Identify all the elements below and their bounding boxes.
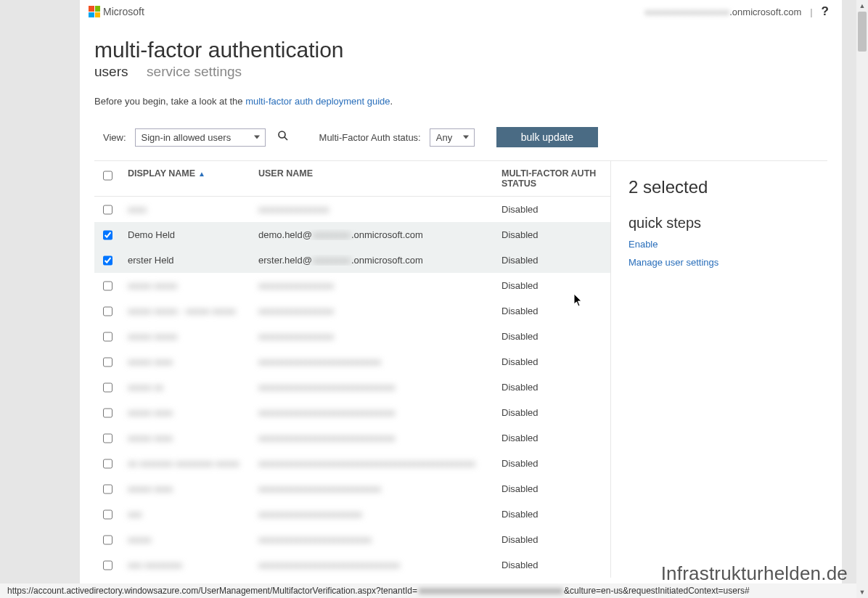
table-row[interactable]: Demo Helddemo.held@xxxxxxxx.onmicrosoft.… xyxy=(94,222,610,247)
cell-user-name: erster.held@xxxxxxxx.onmicrosoft.com xyxy=(251,255,494,266)
cell-user-name: xxxxxxxxxxxxxxxxxxxxxxxxxx xyxy=(251,483,494,494)
brand: Microsoft xyxy=(89,6,144,17)
table-row[interactable]: erster Helderster.held@xxxxxxxx.onmicros… xyxy=(94,247,610,273)
cell-display-name: xxxxx xxxxx - xxxxx xxxxx xyxy=(120,306,251,316)
cell-mfa-status: Disabled xyxy=(494,331,610,342)
users-table: DISPLAY NAME▲ USER NAME MULTI-FACTOR AUT… xyxy=(94,160,611,578)
cell-display-name: xxxxx xxxx xyxy=(120,433,251,443)
table-row[interactable]: xxx xxxxxxxxxxxxxxxxxxxxxxxxxxxxxxxxxxxx… xyxy=(94,552,610,578)
cell-user-name: xxxxxxxxxxxxxxxx xyxy=(251,280,494,291)
table-row[interactable]: xxxxxxxxxxxxxxxxxxxDisabled xyxy=(94,197,610,222)
page-title: multi-factor authentication xyxy=(94,38,827,62)
mfa-status-label: Multi-Factor Auth status: xyxy=(319,132,421,143)
table-row[interactable]: xxxxx xxxxxxxxxxxxxxxxxxxxxxxxxxxxxxDisa… xyxy=(94,349,610,374)
row-checkbox[interactable] xyxy=(103,459,112,469)
watermark: Infrastrukturhelden.de xyxy=(661,562,848,585)
cell-mfa-status: Disabled xyxy=(494,534,610,545)
help-button[interactable]: ? xyxy=(822,4,829,19)
cell-display-name: xxx xxxxxxxx xyxy=(120,560,251,570)
view-label: View: xyxy=(103,132,126,143)
side-panel: 2 selected quick steps Enable Manage use… xyxy=(611,160,827,578)
bulk-update-button[interactable]: bulk update xyxy=(496,127,598,147)
mfa-status-select[interactable]: Any xyxy=(430,128,475,147)
col-display-name[interactable]: DISPLAY NAME▲ xyxy=(120,168,251,179)
cell-mfa-status: Disabled xyxy=(494,255,610,266)
cell-display-name: xx xxxxxxx xxxxxxxx xxxxx xyxy=(120,458,251,469)
col-mfa-status[interactable]: MULTI-FACTOR AUTH STATUS xyxy=(494,168,610,189)
cell-display-name: xxxxx xxxx xyxy=(120,483,251,494)
cell-mfa-status: Disabled xyxy=(494,458,610,469)
cell-mfa-status: Disabled xyxy=(494,204,610,215)
cell-display-name: Demo Held xyxy=(120,229,251,240)
cell-display-name: xxxxx xyxy=(120,534,251,545)
select-all-checkbox[interactable] xyxy=(103,171,112,181)
cell-user-name: demo.held@xxxxxxxx.onmicrosoft.com xyxy=(251,229,494,240)
cell-user-name: xxxxxxxxxxxxxxxxxxxxxxxxxxxxx xyxy=(251,382,494,393)
row-checkbox[interactable] xyxy=(103,332,112,342)
cell-mfa-status: Disabled xyxy=(494,509,610,520)
table-row[interactable]: xxxxx xxxxxxxxxxxxxxxxxxxxxDisabled xyxy=(94,273,610,298)
cell-mfa-status: Disabled xyxy=(494,560,610,570)
cell-user-name: xxxxxxxxxxxxxxxxxxxxxxxxxxxxx xyxy=(251,407,494,418)
browser-statusbar: https://account.activedirectory.windowsa… xyxy=(0,583,856,598)
browser-scrollbar[interactable]: ▲ ▼ xyxy=(856,0,868,598)
sort-asc-icon: ▲ xyxy=(198,170,205,178)
row-checkbox[interactable] xyxy=(103,255,112,266)
view-select[interactable]: Sign-in allowed users xyxy=(135,128,266,147)
cell-mfa-status: Disabled xyxy=(494,306,610,316)
cell-mfa-status: Disabled xyxy=(494,483,610,494)
cell-user-name: xxxxxxxxxxxxxxxx xyxy=(251,306,494,316)
col-user-name[interactable]: USER NAME xyxy=(251,168,494,179)
brand-text: Microsoft xyxy=(103,6,144,17)
quick-steps-heading: quick steps xyxy=(629,215,810,232)
enable-link[interactable]: Enable xyxy=(629,239,810,250)
table-row[interactable]: xxxxx xxxxx - xxxxx xxxxxxxxxxxxxxxxxxxx… xyxy=(94,298,610,324)
cell-mfa-status: Disabled xyxy=(494,229,610,240)
row-checkbox[interactable] xyxy=(103,306,112,316)
row-checkbox[interactable] xyxy=(103,281,112,291)
row-checkbox[interactable] xyxy=(103,357,112,367)
cell-display-name: erster Held xyxy=(120,255,251,266)
table-row[interactable]: xx xxxxxxx xxxxxxxx xxxxxxxxxxxxxxxxxxxx… xyxy=(94,451,610,476)
table-row[interactable]: xxxxx xxxxxxxxxxxxxxxxxxxxxxxxxxxxxxxxxD… xyxy=(94,400,610,425)
row-checkbox[interactable] xyxy=(103,484,112,494)
cell-display-name: xxxx xyxy=(120,204,251,215)
table-row[interactable]: xxxxxxxxxxxxxxxxxxxxxxxxxxxxxDisabled xyxy=(94,527,610,552)
cell-mfa-status: Disabled xyxy=(494,407,610,418)
table-row[interactable]: xxxxx xxxxxxxxxxxxxxxxxxxxxxxxxxxxxxDisa… xyxy=(94,476,610,501)
cell-mfa-status: Disabled xyxy=(494,382,610,393)
table-row[interactable]: xxxxxxxxxxxxxxxxxxxxxxxxxDisabled xyxy=(94,501,610,527)
cell-display-name: xxxxx xxxxx xyxy=(120,331,251,342)
cell-user-name: xxxxxxxxxxxxxxxxxxxxxx xyxy=(251,509,494,520)
row-checkbox[interactable] xyxy=(103,205,112,215)
search-icon[interactable] xyxy=(277,130,289,144)
microsoft-logo-icon xyxy=(89,6,100,17)
separator: | xyxy=(810,7,812,17)
cell-mfa-status: Disabled xyxy=(494,433,610,443)
scrollbar-thumb[interactable] xyxy=(858,12,867,52)
row-checkbox[interactable] xyxy=(103,509,112,520)
row-checkbox[interactable] xyxy=(103,560,112,570)
table-row[interactable]: xxxxx xxxxxxxxxxxxxxxxxxxxxDisabled xyxy=(94,324,610,349)
row-checkbox[interactable] xyxy=(103,230,112,240)
intro-text: Before you begin, take a look at the mul… xyxy=(94,96,827,107)
tab-users[interactable]: users xyxy=(94,64,128,80)
cell-user-name: xxxxxxxxxxxxxxxxxxxxxxxxxx xyxy=(251,356,494,367)
cell-display-name: xxxxx xxxx xyxy=(120,407,251,418)
row-checkbox[interactable] xyxy=(103,382,112,393)
row-checkbox[interactable] xyxy=(103,433,112,443)
row-checkbox[interactable] xyxy=(103,408,112,418)
table-row[interactable]: xxxxx xxxxxxxxxxxxxxxxxxxxxxxxxxxxxxxDis… xyxy=(94,374,610,400)
svg-point-0 xyxy=(279,131,285,138)
tab-service-settings[interactable]: service settings xyxy=(147,64,242,80)
scroll-up-arrow[interactable]: ▲ xyxy=(856,0,868,12)
scroll-down-arrow[interactable]: ▼ xyxy=(856,586,868,598)
cell-mfa-status: Disabled xyxy=(494,356,610,367)
deployment-guide-link[interactable]: multi-factor auth deployment guide xyxy=(245,96,390,107)
manage-user-settings-link[interactable]: Manage user settings xyxy=(629,257,810,268)
row-checkbox[interactable] xyxy=(103,535,112,545)
cell-display-name: xxx xyxy=(120,509,251,520)
cell-user-name: xxxxxxxxxxxxxxx xyxy=(251,204,494,215)
selection-count: 2 selected xyxy=(629,177,810,197)
table-row[interactable]: xxxxx xxxxxxxxxxxxxxxxxxxxxxxxxxxxxxxxxD… xyxy=(94,425,610,451)
